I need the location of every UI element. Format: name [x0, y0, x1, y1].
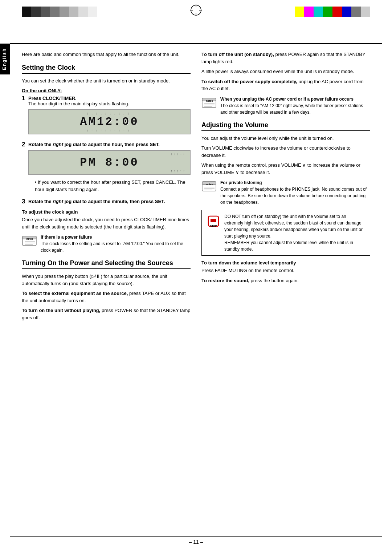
- lcd-display-2: ↓↓↓↓↓ PM 8:00 ↑↑↑↑↑: [28, 150, 191, 175]
- volume-para2: Turn VOLUME clockwise to increase the vo…: [201, 145, 370, 159]
- private-notes-body: Connect a pair of headphones to the PHON…: [220, 187, 367, 205]
- stop-warning-text: DO NOT turn off (on standby) the unit wi…: [224, 214, 363, 252]
- step-2-action-bold: Rotate the right jog dial to adjust the …: [28, 142, 160, 147]
- setting-clock-title: Setting the Clock: [22, 64, 191, 74]
- turning-on-para3: To turn on the unit without playing, pre…: [22, 307, 191, 321]
- restore-rest: press the button again.: [249, 278, 299, 283]
- turn-off-bold: To turn off the unit (on standby),: [201, 52, 274, 57]
- ac-notes-text: When you unplug the AC power cord or if …: [220, 96, 370, 116]
- right-column: To turn off the unit (on standby), press…: [201, 51, 370, 533]
- lcd-arrows-top-1: ↓↓↓↓↓↓↓↓↓↓: [31, 112, 188, 115]
- adjusting-volume-title: Adjusting the Volume: [201, 121, 370, 131]
- turning-on-para1: When you press the play button (▷/⏸) for…: [22, 273, 191, 287]
- left-column: Here are basic and common things that ap…: [22, 51, 191, 533]
- step-1-num: 1: [22, 95, 25, 102]
- language-tab: English: [0, 44, 10, 74]
- step-3-action: Rotate the right jog dial to adjust the …: [28, 199, 165, 204]
- private-notes-text: For private listening Connect a pair of …: [220, 179, 370, 206]
- ac-power-notes: notes When you unplug the AC power cord …: [201, 96, 370, 116]
- step-1-detail: The hour digit in the main display start…: [28, 101, 129, 106]
- stop-icon: STOP: [205, 213, 221, 230]
- page-number: – 11 –: [189, 539, 203, 545]
- private-notes-icon: notes: [201, 179, 217, 193]
- turn-off-para1: To turn off the unit (on standby), press…: [201, 51, 370, 65]
- volume-para1: You can adjust the volume level only whi…: [201, 135, 370, 142]
- volume-para3: When using the remote control, press VOL…: [201, 162, 370, 176]
- top-rule: [10, 43, 382, 44]
- power-failure-text: The clock loses the setting and is reset…: [41, 241, 183, 253]
- step-3-num: 3: [22, 198, 25, 205]
- step-1-action: Press CLOCK/TIMER.: [28, 96, 77, 101]
- lcd-arrows-top-2: ↓↓↓↓↓: [31, 152, 188, 156]
- turn-off-para3-bold: To switch off the power supply completel…: [201, 79, 297, 84]
- lcd-text-2: PM 8:00: [31, 156, 188, 169]
- ac-notes-icon: notes: [201, 96, 217, 109]
- stop-warning-box: STOP DO NOT turn off (on standby) the un…: [201, 210, 370, 256]
- turning-on-title: Turning On the Power and Selecting the S…: [22, 259, 191, 269]
- ac-notes-body: The clock is reset to "AM 12:00" right a…: [220, 103, 363, 115]
- step-2-text: Rotate the right jog dial to adjust the …: [28, 142, 191, 193]
- step-1-text: Press CLOCK/TIMER. The hour digit in the…: [28, 96, 191, 134]
- turn-down-volume-title: To turn down the volume level temporaril…: [201, 260, 370, 266]
- bottom-rule: [10, 536, 382, 537]
- setting-clock-intro: You can set the clock whether the unit i…: [22, 77, 191, 85]
- svg-text:notes: notes: [206, 100, 213, 102]
- svg-text:notes: notes: [206, 183, 213, 186]
- svg-text:notes: notes: [26, 238, 33, 240]
- main-content: Here are basic and common things that ap…: [22, 51, 370, 533]
- power-failure-title: If there is a power failure: [41, 235, 92, 240]
- step-2-bullet: If you want to correct the hour after pr…: [35, 179, 191, 193]
- notes-text-block: If there is a power failure The clock lo…: [41, 234, 191, 254]
- private-notes-title: For private listening: [220, 180, 262, 185]
- lcd-arrows-bottom-1: ↑↑↑↑↑↑↑↑↑↑: [31, 129, 188, 132]
- step-3-block: 3 Rotate the right jog dial to adjust th…: [22, 199, 191, 206]
- color-bar-left: [22, 7, 97, 17]
- turning-on-para2: To select the external equipment as the …: [22, 290, 191, 304]
- adjust-again-title: To adjust the clock again: [22, 209, 191, 215]
- step-2-block: 2 Rotate the right jog dial to adjust th…: [22, 142, 191, 195]
- step-2-num: 2: [22, 141, 25, 148]
- on-unit-only-label: On the unit ONLY:: [22, 88, 191, 93]
- ac-notes-title: When you unplug the AC power cord or if …: [220, 97, 354, 102]
- svg-text:STOP: STOP: [210, 225, 217, 227]
- lcd-text-1: AM12:00: [31, 115, 188, 129]
- notes-icon: notes: [22, 234, 38, 247]
- turning-on-para3-bold: To turn on the unit without playing,: [22, 308, 100, 313]
- stop-text: DO NOT turn off (on standby) the unit wi…: [224, 213, 366, 252]
- svg-rect-24: [211, 219, 216, 222]
- color-bar-right: [295, 7, 370, 17]
- adjust-again-text: Once you have adjusted the clock, you ne…: [22, 216, 191, 230]
- power-failure-notes: notes If there is a power failure The cl…: [22, 234, 191, 254]
- lcd-arrows-bottom-2: ↑↑↑↑↑: [31, 169, 188, 173]
- restore-bold: To restore the sound,: [201, 278, 249, 283]
- turn-off-para3: To switch off the power supply completel…: [201, 78, 370, 92]
- restore-sound: To restore the sound, press the button a…: [201, 277, 370, 284]
- step-3-text: Rotate the right jog dial to adjust the …: [28, 199, 191, 204]
- turn-down-text: Press FADE MUTING on the remote control.: [201, 267, 370, 274]
- crosshair-icon: [189, 4, 203, 17]
- turning-on-para2-bold: To select the external equipment as the …: [22, 291, 128, 296]
- step-1-block: 1 Press CLOCK/TIMER. The hour digit in t…: [22, 96, 191, 138]
- private-listening-notes: notes For private listening Connect a pa…: [201, 179, 370, 206]
- intro-text: Here are basic and common things that ap…: [22, 51, 191, 58]
- lcd-display-1: ↓↓↓↓↓↓↓↓↓↓ AM12:00 ↑↑↑↑↑↑↑↑↑↑: [28, 109, 191, 134]
- turn-off-para2: A little power is always consumed even w…: [201, 68, 370, 75]
